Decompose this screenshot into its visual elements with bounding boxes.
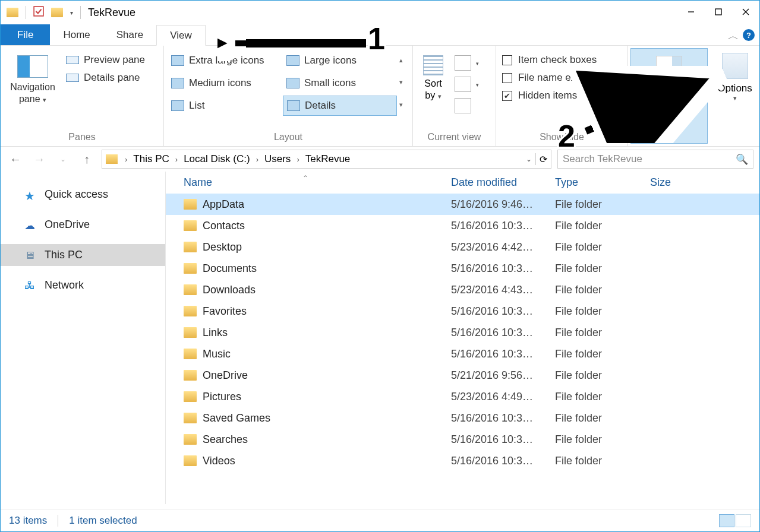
breadcrumb-separator-icon[interactable]: › [254, 155, 261, 164]
table-row[interactable]: OneDrive5/21/2016 9:56…File folder [166, 365, 759, 386]
column-header-type[interactable]: Type [555, 176, 650, 189]
checkbox-label: Item check boxes [518, 54, 597, 66]
qat-dropdown-icon[interactable]: ▾ [70, 10, 73, 16]
column-header-name[interactable]: Name⌃ [184, 176, 451, 189]
details-pane-button[interactable]: Details pane [66, 72, 145, 84]
table-row[interactable]: Downloads5/23/2016 4:43…File folder [166, 279, 759, 300]
search-box[interactable]: Search TekRevue 🔍 [557, 150, 753, 169]
breadcrumb-local-disk[interactable]: Local Disk (C:) [180, 153, 253, 165]
breadcrumb-tekrevue[interactable]: TekRevue [302, 153, 354, 165]
table-row[interactable]: Desktop5/23/2016 4:42…File folder [166, 236, 759, 258]
view-large-icons-button[interactable] [736, 514, 751, 527]
tab-home[interactable]: Home [50, 24, 103, 45]
tab-file[interactable]: File [1, 24, 50, 45]
help-icon[interactable]: ? [743, 29, 755, 41]
file-type-cell: File folder [555, 198, 650, 211]
file-type-cell: File folder [555, 433, 650, 446]
column-header-date[interactable]: Date modified [451, 176, 555, 189]
table-row[interactable]: Favorites5/16/2016 10:3…File folder [166, 300, 759, 322]
options-label: Options [717, 83, 752, 94]
breadcrumb-separator-icon[interactable]: › [122, 155, 130, 164]
options-button[interactable]: Options ▾ [717, 49, 752, 102]
address-search-row: ← → ⌄ ↑ › This PC › Local Disk (C:) › Us… [1, 147, 759, 172]
table-row[interactable]: Music5/16/2016 10:3…File folder [166, 343, 759, 365]
new-folder-icon[interactable] [51, 8, 63, 17]
layout-list[interactable]: List [168, 96, 282, 116]
file-name-cell: Pictures [184, 391, 451, 403]
folder-icon [184, 263, 197, 274]
layout-details[interactable]: Details [283, 96, 397, 116]
sidebar-item-quick-access[interactable]: ★Quick access [1, 183, 165, 205]
close-button[interactable] [732, 1, 759, 23]
file-type-cell: File folder [555, 284, 650, 296]
recent-locations-button[interactable]: ⌄ [54, 150, 72, 168]
column-header-size[interactable]: Size [650, 176, 709, 189]
file-name-label: Music [203, 348, 231, 360]
tab-share[interactable]: Share [103, 24, 156, 45]
minimize-button[interactable] [677, 1, 705, 23]
sort-by-icon [423, 55, 443, 75]
folder-icon [184, 391, 197, 402]
options-icon [722, 53, 748, 79]
layout-small-icons[interactable]: Small icons [283, 73, 397, 93]
forward-button[interactable]: → [30, 150, 48, 168]
sidebar-item-network[interactable]: 🖧Network [1, 274, 165, 296]
table-row[interactable]: Searches5/16/2016 10:3…File folder [166, 429, 759, 450]
file-type-cell: File folder [555, 412, 650, 425]
group-by-button[interactable]: ▾ [455, 55, 471, 71]
breadcrumb-this-pc[interactable]: This PC [130, 153, 172, 165]
tab-view[interactable]: View [156, 25, 206, 46]
file-date-cell: 5/16/2016 10:3… [451, 348, 555, 360]
add-columns-button[interactable]: ▾ [455, 77, 471, 92]
up-button[interactable]: ↑ [78, 150, 96, 168]
breadcrumb-separator-icon[interactable]: › [294, 155, 301, 164]
preview-pane-button[interactable]: Preview pane [66, 54, 145, 66]
sort-by-button[interactable]: Sortby ▾ [417, 52, 450, 113]
file-date-cell: 5/16/2016 10:3… [451, 220, 555, 232]
view-details-button[interactable] [719, 514, 734, 527]
properties-icon[interactable] [33, 6, 44, 19]
file-name-cell: Documents [184, 262, 451, 275]
layout-extra-large-icons[interactable]: Extra large icons [168, 50, 282, 71]
navigation-pane-button[interactable]: Navigationpane ▾ [4, 52, 61, 106]
maximize-button[interactable] [705, 1, 732, 23]
layout-large-icons[interactable]: Large icons [283, 50, 397, 71]
file-name-label: Downloads [203, 284, 256, 296]
navigation-pane-icon [17, 55, 48, 78]
file-name-extensions-checkbox[interactable]: File name extensions [502, 72, 622, 84]
item-check-boxes-checkbox[interactable]: Item check boxes [502, 54, 622, 66]
table-row[interactable]: Saved Games5/16/2016 10:3…File folder [166, 407, 759, 429]
hidden-items-checkbox[interactable]: ✔Hidden items [502, 90, 622, 102]
table-row[interactable]: Contacts5/16/2016 10:3…File folder [166, 215, 759, 236]
divider [26, 6, 26, 19]
hide-selected-items-button[interactable]: Hide selecteditems [630, 48, 708, 144]
table-row[interactable]: Documents5/16/2016 10:3…File folder [166, 258, 759, 279]
address-history-dropdown-icon[interactable]: ⌄ [526, 155, 532, 163]
ribbon-tabs: File Home Share View 〈 ? [1, 24, 759, 46]
divider [80, 6, 81, 19]
computer-icon: 🖥 [24, 249, 37, 261]
collapse-ribbon-icon[interactable]: 〈 [726, 30, 740, 40]
breadcrumb-separator-icon[interactable]: › [173, 155, 180, 164]
back-button[interactable]: ← [7, 150, 24, 168]
file-name-label: Pictures [203, 391, 241, 403]
layout-medium-icons[interactable]: Medium icons [168, 73, 282, 93]
table-row[interactable]: Videos5/16/2016 10:3…File folder [166, 450, 759, 471]
file-rows[interactable]: AppData5/16/2016 9:46…File folderContact… [166, 194, 759, 487]
sidebar-item-onedrive[interactable]: ☁OneDrive [1, 214, 165, 236]
table-row[interactable]: Links5/16/2016 10:3…File folder [166, 322, 759, 343]
star-icon: ★ [24, 189, 37, 201]
file-name-label: AppData [203, 198, 244, 211]
group-label-panes: Panes [4, 129, 160, 146]
table-row[interactable]: Pictures5/23/2016 4:49…File folder [166, 386, 759, 407]
size-columns-button[interactable] [455, 98, 471, 113]
file-date-cell: 5/23/2016 4:49… [451, 391, 555, 403]
refresh-icon[interactable]: ⟳ [540, 154, 547, 165]
sidebar-item-this-pc[interactable]: 🖥This PC [1, 244, 165, 266]
breadcrumb-users[interactable]: Users [261, 153, 294, 165]
table-row[interactable]: AppData5/16/2016 9:46…File folder [166, 194, 759, 215]
layout-scroll[interactable]: ▴▾▾ [397, 49, 409, 116]
file-name-cell: Searches [184, 433, 451, 446]
checkbox-icon [502, 55, 512, 65]
address-bar[interactable]: › This PC › Local Disk (C:) › Users › Te… [102, 150, 551, 169]
